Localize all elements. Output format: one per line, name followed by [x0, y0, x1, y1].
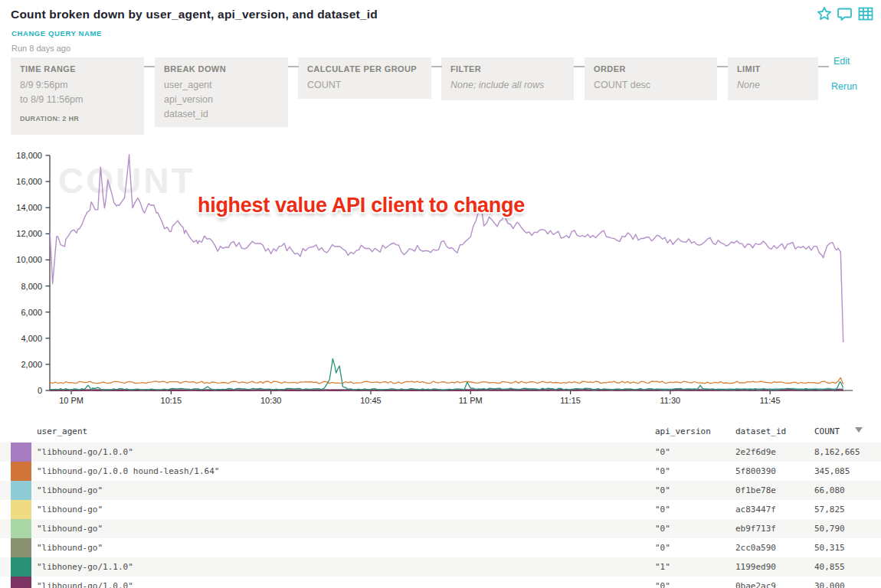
y-tick-label: 4,000: [21, 334, 42, 343]
cell-user-agent: "libhound-go/1.0.0": [37, 447, 133, 457]
table-row[interactable]: "libhound-go/1.0.0" "0" 2e2f6d9e 8,162,6…: [0, 443, 881, 462]
query-result-page: Count broken down by user_agent, api_ver…: [0, 0, 881, 588]
column-header-dataset-id[interactable]: dataset_id: [735, 426, 786, 436]
run-timestamp: Run 8 days ago: [11, 44, 70, 53]
cell-count: 66,080: [814, 485, 845, 495]
timeseries-chart[interactable]: COUNT02,0004,0006,0008,00010,00012,00014…: [0, 149, 881, 413]
series-color-swatch: [11, 443, 31, 462]
table-row[interactable]: "libhound-go" "0" ac83447f 57,825: [0, 500, 881, 519]
header-actions: [817, 6, 873, 21]
cell-dataset-id: ac83447f: [735, 505, 776, 514]
x-tick-label: 10:45: [360, 396, 382, 405]
sort-desc-icon[interactable]: [855, 427, 863, 433]
series-color-swatch: [11, 577, 31, 588]
cell-dataset-id: 5f800390: [735, 466, 776, 476]
results-table: user_agent api_version dataset_id COUNT …: [0, 420, 881, 588]
page-title: Count broken down by user_agent, api_ver…: [11, 8, 378, 21]
box-connector: [717, 66, 728, 67]
break-down-box[interactable]: BREAK DOWN user_agent api_version datase…: [155, 57, 288, 127]
x-tick-label: 11:30: [660, 396, 681, 405]
cell-count: 50,315: [814, 543, 845, 553]
limit-value: None: [737, 78, 809, 93]
calculate-value: COUNT: [307, 78, 422, 93]
series-color-swatch: [11, 481, 31, 500]
cell-api-version: "0": [655, 581, 670, 588]
y-tick-label: 2,000: [21, 360, 42, 369]
filter-label: FILTER: [450, 64, 565, 74]
star-icon[interactable]: [817, 6, 832, 21]
limit-label: LIMIT: [737, 64, 809, 74]
cell-count: 57,825: [814, 505, 845, 514]
cell-user-agent: "libhoney-go/1.1.0": [37, 562, 133, 572]
cell-dataset-id: 0f1be78e: [735, 485, 776, 495]
order-label: ORDER: [594, 64, 708, 74]
column-header-api-version[interactable]: api_version: [655, 426, 711, 436]
order-box[interactable]: ORDER COUNT desc: [585, 57, 717, 100]
cell-api-version: "0": [655, 524, 670, 534]
cell-count: 40,855: [814, 562, 845, 572]
table-row[interactable]: "libhoney-go/1.1.0" "1" 1199ed90 40,855: [0, 557, 881, 577]
box-connector: [288, 66, 299, 67]
cell-dataset-id: 2cc0a590: [735, 543, 776, 553]
cell-count: 8,162,665: [814, 447, 860, 457]
table-row[interactable]: "libhound-go" "0" 0f1be78e 66,080: [0, 481, 881, 500]
cell-api-version: "0": [655, 505, 670, 514]
y-tick-label: 18,000: [16, 151, 42, 160]
cell-dataset-id: eb9f713f: [735, 524, 776, 534]
break-down-field-3: dataset_id: [164, 107, 279, 122]
cell-user-agent: "libhound-go": [37, 524, 103, 534]
cell-count: 50,790: [814, 524, 845, 534]
x-tick-label: 10:30: [260, 396, 282, 405]
cell-user-agent: "libhound-go/1.0.0": [37, 581, 133, 588]
cell-user-agent: "libhound-go": [37, 543, 103, 553]
cell-count: 30,000: [814, 581, 845, 588]
time-range-label: TIME RANGE: [20, 64, 135, 74]
cell-user-agent: "libhound-go": [37, 485, 103, 495]
calculate-per-group-box[interactable]: CALCULATE PER GROUP COUNT: [298, 57, 431, 99]
filter-box[interactable]: FILTER None; include all rows: [441, 57, 574, 100]
y-tick-label: 8,000: [21, 282, 42, 291]
y-tick-label: 0: [38, 386, 42, 395]
series-color-swatch: [11, 557, 31, 577]
box-connector: [818, 66, 829, 67]
column-header-user-agent[interactable]: user_agent: [37, 426, 87, 436]
cell-api-version: "0": [655, 543, 670, 553]
cell-dataset-id: 1199ed90: [735, 562, 776, 572]
time-range-duration: DURATION: 2 HR: [20, 115, 135, 122]
break-down-field-1: user_agent: [164, 78, 279, 93]
order-value: COUNT desc: [594, 78, 708, 93]
y-tick-label: 16,000: [16, 177, 42, 186]
box-connector: [431, 66, 442, 67]
break-down-label: BREAK DOWN: [164, 64, 279, 74]
series-color-swatch: [11, 538, 31, 557]
cell-api-version: "0": [655, 485, 670, 495]
x-tick-label: 11:15: [560, 396, 581, 405]
y-tick-label: 12,000: [16, 229, 42, 238]
filter-value: None; include all rows: [450, 78, 565, 93]
break-down-field-2: api_version: [164, 93, 279, 107]
table-row[interactable]: "libhound-go" "0" 2cc0a590 50,315: [0, 538, 881, 557]
rerun-query-link[interactable]: Rerun: [831, 81, 857, 92]
y-tick-label: 6,000: [21, 308, 42, 317]
table-row[interactable]: "libhound-go/1.0.0 hound-leash/1.64" "0"…: [0, 462, 881, 481]
column-header-count[interactable]: COUNT: [814, 426, 840, 436]
table-row[interactable]: "libhound-go" "0" eb9f713f 50,790: [0, 519, 881, 538]
comment-icon[interactable]: [837, 6, 853, 21]
edit-query-link[interactable]: Edit: [834, 56, 850, 67]
cell-user-agent: "libhound-go": [37, 505, 103, 514]
time-range-start: 8/9 9:56pm: [20, 78, 135, 93]
calculate-label: CALCULATE PER GROUP: [307, 64, 422, 74]
cell-api-version: "0": [655, 447, 670, 457]
series-color-swatch: [11, 519, 31, 538]
table-icon[interactable]: [858, 6, 873, 21]
x-tick-label: 11:45: [760, 396, 781, 405]
cell-dataset-id: 0bae2ac9: [735, 581, 776, 588]
series-color-swatch: [11, 500, 31, 519]
limit-box[interactable]: LIMIT None: [728, 57, 818, 100]
time-range-end: to 8/9 11:56pm: [20, 93, 135, 107]
time-range-box[interactable]: TIME RANGE 8/9 9:56pm to 8/9 11:56pm DUR…: [11, 57, 144, 135]
chart-annotation: highest value API client to change: [198, 194, 525, 217]
change-query-name-link[interactable]: CHANGE QUERY NAME: [11, 29, 102, 38]
table-row[interactable]: "libhound-go/1.0.0" "0" 0bae2ac9 30,000: [0, 577, 881, 588]
cell-api-version: "0": [655, 466, 670, 476]
